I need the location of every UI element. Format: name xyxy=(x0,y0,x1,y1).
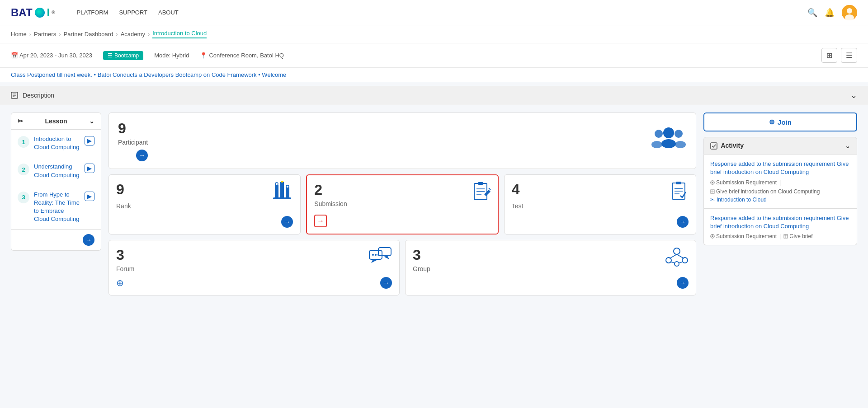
activity-course-1[interactable]: ✂ Introduction to Cloud xyxy=(710,197,850,203)
rank-more-btn[interactable]: → xyxy=(281,216,293,228)
breadcrumb-partners[interactable]: Partners xyxy=(34,31,56,38)
svg-point-9 xyxy=(655,130,663,138)
svg-point-11 xyxy=(675,130,683,138)
view-toggle-2[interactable]: ☰ xyxy=(841,48,857,63)
lesson-more-btn[interactable]: → xyxy=(83,234,94,246)
lesson-title-3[interactable]: From Hype to Reality: The Time to Embrac… xyxy=(34,191,80,224)
activity-meta-radio-1: Submission Requirement xyxy=(710,179,777,186)
activity-item-1: Response added to the submission require… xyxy=(703,155,857,208)
svg-point-12 xyxy=(675,141,686,148)
svg-rect-13 xyxy=(275,185,278,197)
activity-meta-2: Submission Requirement | Give brief xyxy=(710,233,850,239)
description-label: Description xyxy=(11,92,54,99)
group-network-icon xyxy=(665,247,689,267)
lesson-collapse[interactable]: ⌄ xyxy=(89,117,94,125)
participant-more-btn[interactable]: → xyxy=(136,150,148,161)
sep2: › xyxy=(59,31,61,38)
participant-card: 9 Participant → xyxy=(108,113,696,169)
forum-add-btn[interactable]: ⊕ xyxy=(116,277,124,288)
group-footer: ⊕ → xyxy=(413,277,689,289)
radio-icon-1 xyxy=(710,180,715,185)
svg-point-51 xyxy=(712,235,713,237)
breadcrumb-home[interactable]: Home xyxy=(11,31,27,38)
forum-card: 3 Forum xyxy=(108,240,400,295)
activity-collapse[interactable]: ⌄ xyxy=(845,142,850,150)
svg-point-10 xyxy=(651,141,662,148)
avatar[interactable] xyxy=(842,5,857,20)
sep4: › xyxy=(148,31,150,38)
participants-group-icon xyxy=(651,126,687,151)
date-range: 📅 Apr 20, 2023 - Jun 30, 2023 xyxy=(11,52,92,59)
lesson-header: ✂ Lesson ⌄ xyxy=(11,113,101,130)
group-more-btn[interactable]: → xyxy=(677,277,689,289)
lesson-title: Lesson xyxy=(45,117,67,125)
bootcamp-badge: ☰ Bootcamp xyxy=(103,51,143,60)
nav-support[interactable]: SUPPORT xyxy=(119,9,147,16)
participant-count: 9 xyxy=(118,120,148,137)
lesson-arrow-2[interactable]: ▶ xyxy=(85,164,94,173)
svg-rect-32 xyxy=(378,248,391,256)
sep3: › xyxy=(116,31,118,38)
svg-line-25 xyxy=(489,188,491,190)
description-toggle[interactable]: ⌄ xyxy=(850,90,857,100)
logo-accent: I xyxy=(47,6,50,19)
activity-title-1[interactable]: Response added to the submission require… xyxy=(710,160,850,176)
lesson-title-2[interactable]: Understanding Cloud Computing xyxy=(34,163,80,179)
app-header: BAT I ® PLATFORM SUPPORT ABOUT 🔍 🔔 xyxy=(0,0,868,25)
test-more-btn[interactable]: → xyxy=(677,216,689,228)
mode-text: Mode: Hybrid xyxy=(154,52,189,59)
search-icon[interactable]: 🔍 xyxy=(807,8,817,18)
notification-icon[interactable]: 🔔 xyxy=(825,8,835,18)
svg-point-38 xyxy=(682,258,688,263)
stats-grid: 9 Rank → xyxy=(108,174,696,234)
activity-sep-1: | xyxy=(779,179,781,186)
forum-icon xyxy=(368,247,392,268)
group-label: Group xyxy=(413,265,430,272)
breadcrumb: Home › Partners › Partner Dashboard › Ac… xyxy=(0,25,868,43)
forum-count: 3 xyxy=(116,247,134,263)
submission-more-btn[interactable]: → xyxy=(314,215,327,227)
svg-line-41 xyxy=(677,254,684,258)
lesson-panel: ✂ Lesson ⌄ 1 Introduction to Cloud Compu… xyxy=(11,113,101,295)
svg-point-37 xyxy=(666,258,671,263)
group-count: 3 xyxy=(413,247,430,263)
table-icon-2 xyxy=(783,234,788,239)
radio-icon-2 xyxy=(710,234,715,239)
svg-point-1 xyxy=(847,8,852,14)
right-panel: ⊕ Join Activity ⌄ Response added to the … xyxy=(703,113,857,295)
svg-line-42 xyxy=(671,262,675,263)
submission-label: Submission xyxy=(314,200,347,207)
lesson-title-1[interactable]: Introduction to Cloud Computing xyxy=(34,135,80,151)
breadcrumb-partner-dashboard[interactable]: Partner Dashboard xyxy=(64,31,113,38)
svg-point-7 xyxy=(663,127,674,138)
join-icon: ⊕ xyxy=(769,118,775,126)
activity-detail-2: Give brief xyxy=(783,233,812,239)
ticker: Class Postponed till next week. • Batoi … xyxy=(0,68,868,82)
header-right: 🔍 🔔 xyxy=(807,5,857,20)
location: 📍 Conference Room, Batoi HQ xyxy=(200,52,283,59)
meta-bar: 📅 Apr 20, 2023 - Jun 30, 2023 ☰ Bootcamp… xyxy=(0,43,868,68)
description-icon xyxy=(11,92,18,99)
view-toggle-1[interactable]: ⊞ xyxy=(821,48,837,63)
sep1: › xyxy=(29,31,31,38)
join-button[interactable]: ⊕ Join xyxy=(703,113,857,131)
submission-count: 2 xyxy=(314,182,322,198)
activity-title-2[interactable]: Response added to the submission require… xyxy=(710,214,850,230)
test-checklist-icon xyxy=(670,181,689,201)
svg-rect-16 xyxy=(273,197,291,199)
nav-about[interactable]: ABOUT xyxy=(158,9,179,16)
lesson-arrow-1[interactable]: ▶ xyxy=(85,136,94,145)
svg-rect-52 xyxy=(784,234,788,238)
forum-chat-icon xyxy=(368,247,392,267)
activity-meta-1: Submission Requirement | Give brief intr… xyxy=(710,179,850,195)
nav-platform[interactable]: PLATFORM xyxy=(77,9,108,16)
svg-line-40 xyxy=(670,254,677,258)
test-card: 4 Test → xyxy=(504,174,696,234)
main-layout: ✂ Lesson ⌄ 1 Introduction to Cloud Compu… xyxy=(0,105,868,303)
breadcrumb-academy[interactable]: Academy xyxy=(121,31,145,38)
lesson-icon: ✂ xyxy=(18,117,23,125)
forum-more-btn[interactable]: → xyxy=(380,277,392,289)
svg-point-33 xyxy=(372,254,374,256)
lesson-arrow-3[interactable]: ▶ xyxy=(85,192,94,201)
logo-text: BAT xyxy=(11,6,33,19)
